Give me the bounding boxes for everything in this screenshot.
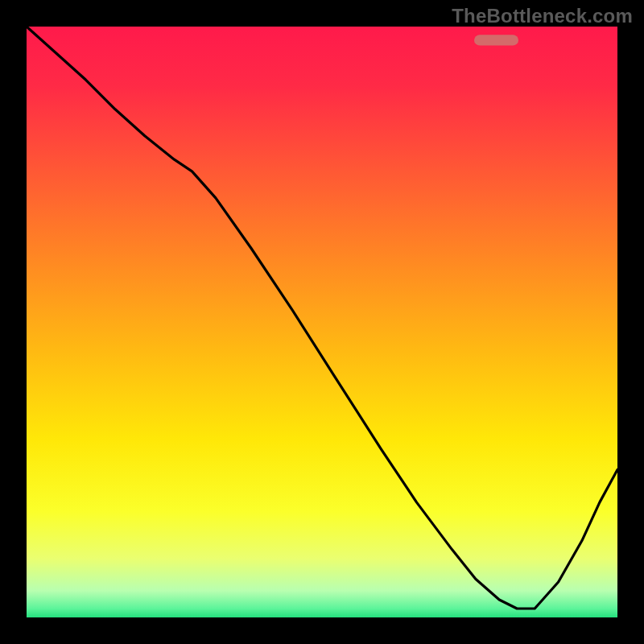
chart-frame: TheBottleneck.com (0, 0, 644, 644)
watermark-text: TheBottleneck.com (452, 5, 633, 27)
gradient-background (27, 27, 617, 617)
chart-svg (27, 27, 617, 617)
marker-pill (474, 35, 518, 45)
plot-area (27, 27, 617, 617)
